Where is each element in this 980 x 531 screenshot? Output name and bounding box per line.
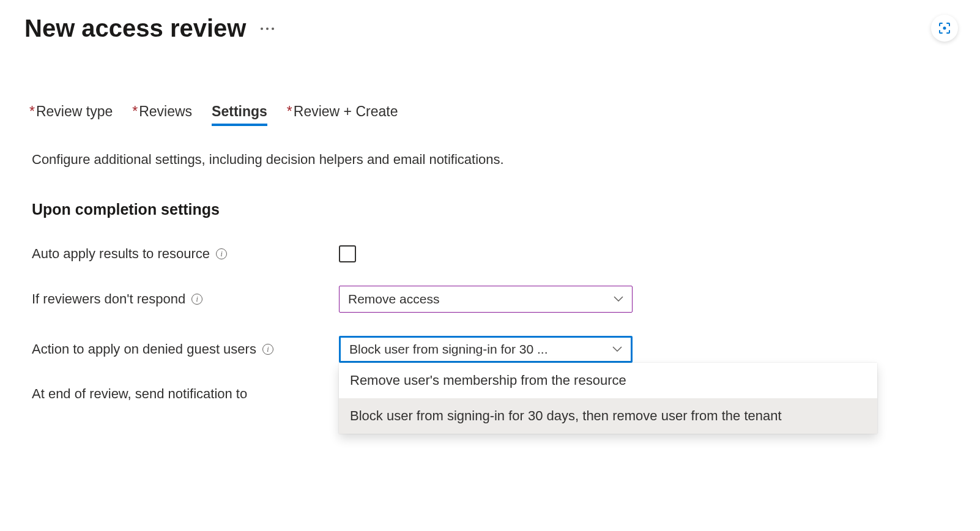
label-text: Auto apply results to resource — [32, 246, 210, 262]
page-title: New access review — [24, 15, 246, 42]
tab-settings[interactable]: Settings — [212, 103, 267, 125]
select-denied-action[interactable]: Block user from signing-in for 30 ... — [339, 336, 633, 363]
row-no-response: If reviewers don't respond i Remove acce… — [24, 286, 956, 313]
dropdown-menu: Remove user's membership from the resour… — [339, 363, 877, 434]
tab-label: Settings — [212, 103, 267, 120]
select-value: Block user from signing-in for 30 ... — [349, 342, 548, 357]
screenshot-icon — [937, 21, 952, 35]
label-notification: At end of review, send notification to — [32, 386, 339, 402]
info-icon[interactable]: i — [191, 294, 202, 305]
screenshot-button[interactable] — [931, 15, 958, 42]
label-auto-apply: Auto apply results to resource i — [32, 246, 339, 262]
label-denied-action: Action to apply on denied guest users i — [32, 341, 339, 357]
settings-description: Configure additional settings, including… — [24, 152, 956, 168]
required-asterisk: * — [29, 103, 35, 120]
dropdown-option[interactable]: Remove user's membership from the resour… — [339, 363, 877, 398]
tab-review-type[interactable]: * Review type — [29, 103, 113, 125]
tabs-container: * Review type * Reviews Settings * Revie… — [24, 103, 956, 125]
row-denied-action: Action to apply on denied guest users i … — [24, 336, 956, 363]
chevron-down-icon — [614, 296, 623, 302]
tab-label: Reviews — [139, 103, 192, 120]
row-auto-apply: Auto apply results to resource i — [24, 245, 956, 262]
checkbox-auto-apply[interactable] — [339, 245, 356, 262]
chevron-down-icon — [612, 346, 622, 352]
tab-review-create[interactable]: * Review + Create — [287, 103, 398, 125]
tab-reviews[interactable]: * Reviews — [132, 103, 192, 125]
label-no-response: If reviewers don't respond i — [32, 291, 339, 307]
label-text: At end of review, send notification to — [32, 386, 247, 402]
svg-point-0 — [943, 27, 946, 30]
label-text: Action to apply on denied guest users — [32, 341, 256, 357]
label-text: If reviewers don't respond — [32, 291, 185, 307]
more-icon[interactable] — [258, 25, 277, 32]
info-icon[interactable]: i — [262, 344, 273, 355]
required-asterisk: * — [287, 103, 292, 120]
info-icon[interactable]: i — [216, 248, 227, 259]
required-asterisk: * — [132, 103, 138, 120]
tab-label: Review type — [36, 103, 113, 120]
section-title: Upon completion settings — [24, 201, 956, 218]
select-value: Remove access — [348, 292, 439, 306]
dropdown-option[interactable]: Block user from signing-in for 30 days, … — [339, 398, 877, 434]
select-no-response[interactable]: Remove access — [339, 286, 633, 313]
tab-label: Review + Create — [294, 103, 398, 120]
